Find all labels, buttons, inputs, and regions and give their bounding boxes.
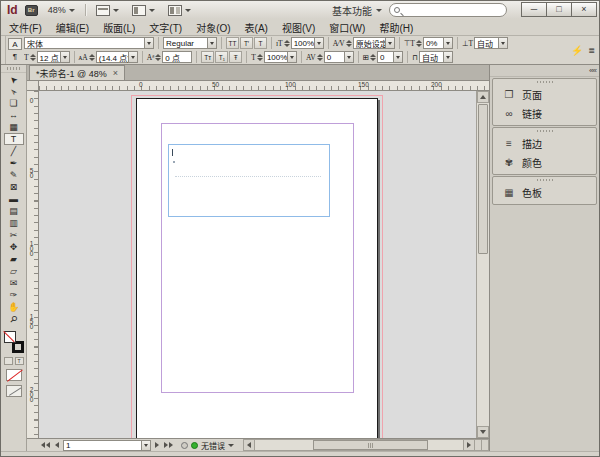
grid-align-combo[interactable]: ⊓自动 <box>412 51 453 63</box>
tracking-field-value-box[interactable]: 0 <box>324 51 354 63</box>
close-button[interactable]: × <box>571 2 597 17</box>
all-caps-button[interactable]: TT <box>226 37 239 49</box>
tracking-field[interactable]: AV0 <box>306 51 354 63</box>
small-caps-button[interactable]: Tᴛ <box>201 51 214 63</box>
superscript-button[interactable]: T′ <box>240 37 253 49</box>
chevron-down-icon[interactable] <box>498 38 507 48</box>
links-panel-button[interactable]: ∞链接 <box>493 104 596 123</box>
frame-tool[interactable]: ⊠ <box>4 181 24 193</box>
free-transform-tool[interactable]: ✥ <box>4 241 24 253</box>
menu-type[interactable]: 文字(T) <box>149 20 182 35</box>
panel-menu-icon[interactable]: ≣ <box>588 46 594 55</box>
chevron-down-icon[interactable] <box>207 38 216 48</box>
document-tab[interactable]: *未命名-1 @ 48% × <box>29 65 125 80</box>
note-tool[interactable]: ✉ <box>4 277 24 289</box>
vertical-grid-tool[interactable]: ▥ <box>4 217 24 229</box>
horizontal-scale-field-value-box[interactable]: 100% <box>264 51 297 63</box>
page[interactable] <box>136 98 378 438</box>
pen-tool[interactable]: ✒ <box>4 157 24 169</box>
vertical-scroll-thumb[interactable] <box>478 104 488 254</box>
view-options-button[interactable] <box>93 4 122 17</box>
horizontal-scroll-thumb[interactable] <box>313 440 427 450</box>
tools-panel-header[interactable] <box>1 65 26 73</box>
first-page-button[interactable] <box>40 442 51 448</box>
paragraph-formatting-button[interactable]: ¶ <box>8 51 22 63</box>
pencil-tool[interactable]: ✎ <box>4 169 24 181</box>
pasteboard[interactable] <box>39 91 476 438</box>
gap-tool[interactable]: ↔ <box>4 109 24 121</box>
tracking-field-stepper[interactable] <box>317 54 323 61</box>
horizontal-scroll-track[interactable] <box>255 439 463 451</box>
menu-object[interactable]: 对象(O) <box>196 20 230 35</box>
font-size-field[interactable]: T12 点 <box>24 51 70 63</box>
preflight-menu[interactable]: 无错误 <box>181 440 234 451</box>
grid-gyoudori-field[interactable]: ⊞0 <box>363 51 403 63</box>
chevron-down-icon[interactable] <box>128 52 137 62</box>
vertical-scrollbar[interactable] <box>476 91 489 438</box>
font-size-field-value-box[interactable]: 12 点 <box>37 51 70 63</box>
chevron-down-icon[interactable] <box>287 52 296 62</box>
horizontal-scale-field-stepper[interactable] <box>257 54 263 61</box>
kerning-field-value-box[interactable]: 原始设定 <box>353 37 395 49</box>
vertical-scroll-track[interactable] <box>477 255 489 426</box>
grid-gyoudori-field-stepper[interactable] <box>370 54 376 61</box>
stroke-panel-button[interactable]: ≡描边 <box>493 134 596 153</box>
menu-edit[interactable]: 编辑(E) <box>56 20 89 35</box>
kerning-field-stepper[interactable] <box>346 40 352 47</box>
chevron-down-icon[interactable] <box>60 52 69 62</box>
type-tool[interactable]: T <box>4 133 24 145</box>
strikethrough-button[interactable]: Ŧ <box>229 51 242 63</box>
leading-field-stepper[interactable] <box>89 54 95 61</box>
previous-page-button[interactable] <box>54 442 60 448</box>
last-page-button[interactable] <box>163 442 174 448</box>
chevron-down-icon[interactable] <box>443 38 452 48</box>
horizontal-scale-field[interactable]: T100% <box>251 51 297 63</box>
menu-layout[interactable]: 版面(L) <box>103 20 135 35</box>
text-frame[interactable] <box>168 144 330 217</box>
rectangle-tool[interactable]: ▬ <box>4 193 24 205</box>
tab-close-icon[interactable]: × <box>113 69 118 78</box>
swatches-panel-button[interactable]: ▦色板 <box>493 183 596 202</box>
proportional-spacing-field[interactable]: ⊤T0% <box>404 37 453 49</box>
font-style-combo-value-box[interactable]: Regular <box>163 37 217 49</box>
view-mode-button[interactable] <box>6 385 22 397</box>
eyedropper-tool[interactable]: ✑ <box>4 289 24 301</box>
scissors-tool[interactable]: ✂ <box>4 229 24 241</box>
selection-tool[interactable]: ➤ <box>4 73 24 85</box>
menu-window[interactable]: 窗口(W) <box>329 20 365 35</box>
menu-help[interactable]: 帮助(H) <box>379 20 413 35</box>
scroll-up-button[interactable] <box>477 91 489 103</box>
hand-tool[interactable]: ✋ <box>4 301 24 313</box>
menu-file[interactable]: 文件(F) <box>9 20 42 35</box>
quick-apply-icon[interactable]: ⚡ <box>571 45 583 56</box>
vertical-scale-field[interactable]: ɪT100% <box>276 37 324 49</box>
screen-mode-button[interactable] <box>129 4 158 17</box>
subscript-button[interactable]: T₁ <box>215 51 228 63</box>
horizontal-scrollbar[interactable] <box>243 439 489 452</box>
zoom-level-combo[interactable]: 48% <box>45 4 78 16</box>
ruler-origin-corner[interactable] <box>27 81 39 91</box>
formatting-affects-container-button[interactable] <box>4 357 13 365</box>
menu-table[interactable]: 表(A) <box>245 20 268 35</box>
character-formatting-button[interactable]: A <box>8 38 22 50</box>
font-family-combo-value-box[interactable]: 宋体 <box>24 37 154 49</box>
scroll-left-button[interactable] <box>243 439 255 451</box>
proportional-spacing-field-stepper[interactable] <box>416 40 422 47</box>
next-page-button[interactable] <box>154 442 160 448</box>
baseline-shift-field-stepper[interactable] <box>155 54 161 61</box>
formatting-affects-text-button[interactable]: T <box>15 357 24 365</box>
grid-count-field[interactable]: ⊥T自动 <box>462 37 508 49</box>
scroll-down-button[interactable] <box>477 426 489 438</box>
leading-field-value-box[interactable]: (14.4 点) <box>96 51 138 63</box>
gradient-swatch-tool[interactable]: ▰ <box>4 253 24 265</box>
fill-swatch[interactable] <box>4 331 16 343</box>
chevron-down-icon[interactable] <box>385 38 394 48</box>
vertical-scale-field-value-box[interactable]: 100% <box>291 37 324 49</box>
workspace-switcher[interactable]: 基本功能 <box>332 3 382 18</box>
leading-field[interactable]: ᴀA(14.4 点) <box>79 51 138 63</box>
apply-none-button[interactable] <box>6 369 22 381</box>
bridge-button[interactable]: Br <box>25 5 38 16</box>
font-family-combo[interactable]: 宋体 <box>24 37 154 49</box>
chevron-down-icon[interactable] <box>314 38 323 48</box>
underline-button[interactable]: T <box>254 37 267 49</box>
